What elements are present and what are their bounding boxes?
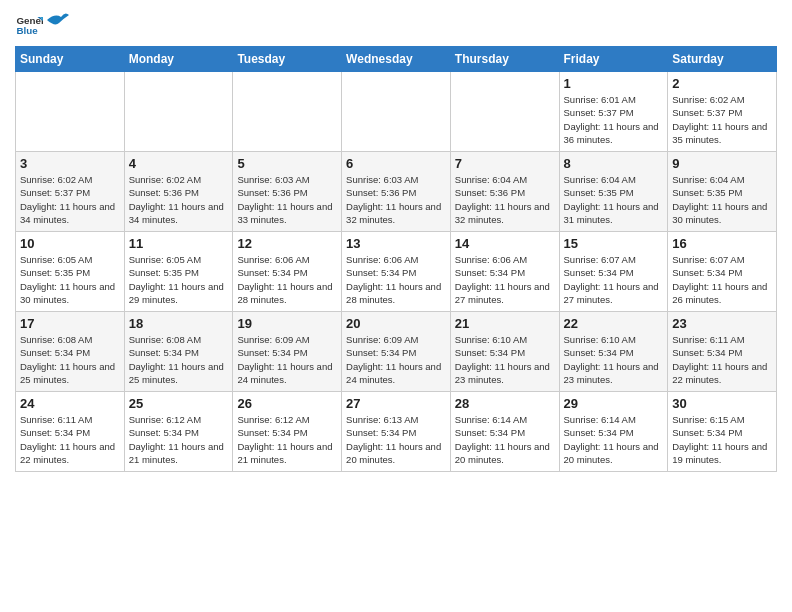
calendar-cell: 2Sunrise: 6:02 AM Sunset: 5:37 PM Daylig… (668, 72, 777, 152)
day-info: Sunrise: 6:02 AM Sunset: 5:36 PM Dayligh… (129, 173, 229, 226)
day-number: 6 (346, 156, 446, 171)
day-info: Sunrise: 6:07 AM Sunset: 5:34 PM Dayligh… (672, 253, 772, 306)
calendar-cell (233, 72, 342, 152)
weekday-friday: Friday (559, 47, 668, 72)
day-info: Sunrise: 6:15 AM Sunset: 5:34 PM Dayligh… (672, 413, 772, 466)
calendar-cell (16, 72, 125, 152)
calendar-cell: 26Sunrise: 6:12 AM Sunset: 5:34 PM Dayli… (233, 392, 342, 472)
day-number: 21 (455, 316, 555, 331)
day-number: 23 (672, 316, 772, 331)
calendar-cell: 9Sunrise: 6:04 AM Sunset: 5:35 PM Daylig… (668, 152, 777, 232)
calendar-cell: 3Sunrise: 6:02 AM Sunset: 5:37 PM Daylig… (16, 152, 125, 232)
day-number: 4 (129, 156, 229, 171)
calendar-cell: 18Sunrise: 6:08 AM Sunset: 5:34 PM Dayli… (124, 312, 233, 392)
day-number: 5 (237, 156, 337, 171)
calendar-cell: 4Sunrise: 6:02 AM Sunset: 5:36 PM Daylig… (124, 152, 233, 232)
week-row-2: 3Sunrise: 6:02 AM Sunset: 5:37 PM Daylig… (16, 152, 777, 232)
weekday-header-row: SundayMondayTuesdayWednesdayThursdayFrid… (16, 47, 777, 72)
weekday-sunday: Sunday (16, 47, 125, 72)
day-info: Sunrise: 6:08 AM Sunset: 5:34 PM Dayligh… (129, 333, 229, 386)
week-row-5: 24Sunrise: 6:11 AM Sunset: 5:34 PM Dayli… (16, 392, 777, 472)
day-info: Sunrise: 6:04 AM Sunset: 5:35 PM Dayligh… (564, 173, 664, 226)
week-row-3: 10Sunrise: 6:05 AM Sunset: 5:35 PM Dayli… (16, 232, 777, 312)
day-number: 13 (346, 236, 446, 251)
day-info: Sunrise: 6:06 AM Sunset: 5:34 PM Dayligh… (346, 253, 446, 306)
day-info: Sunrise: 6:14 AM Sunset: 5:34 PM Dayligh… (455, 413, 555, 466)
day-number: 19 (237, 316, 337, 331)
calendar-cell: 16Sunrise: 6:07 AM Sunset: 5:34 PM Dayli… (668, 232, 777, 312)
day-info: Sunrise: 6:11 AM Sunset: 5:34 PM Dayligh… (20, 413, 120, 466)
day-number: 24 (20, 396, 120, 411)
calendar-cell: 22Sunrise: 6:10 AM Sunset: 5:34 PM Dayli… (559, 312, 668, 392)
day-number: 12 (237, 236, 337, 251)
day-number: 18 (129, 316, 229, 331)
svg-text:Blue: Blue (16, 25, 38, 36)
day-info: Sunrise: 6:13 AM Sunset: 5:34 PM Dayligh… (346, 413, 446, 466)
day-info: Sunrise: 6:07 AM Sunset: 5:34 PM Dayligh… (564, 253, 664, 306)
calendar-cell: 17Sunrise: 6:08 AM Sunset: 5:34 PM Dayli… (16, 312, 125, 392)
calendar-table: SundayMondayTuesdayWednesdayThursdayFrid… (15, 46, 777, 472)
day-info: Sunrise: 6:04 AM Sunset: 5:36 PM Dayligh… (455, 173, 555, 226)
day-number: 2 (672, 76, 772, 91)
day-number: 3 (20, 156, 120, 171)
day-number: 15 (564, 236, 664, 251)
logo: General Blue (15, 10, 69, 38)
weekday-monday: Monday (124, 47, 233, 72)
day-number: 20 (346, 316, 446, 331)
page-container: General Blue SundayMondayTuesdayWednesda… (0, 0, 792, 482)
day-info: Sunrise: 6:09 AM Sunset: 5:34 PM Dayligh… (346, 333, 446, 386)
calendar-cell: 28Sunrise: 6:14 AM Sunset: 5:34 PM Dayli… (450, 392, 559, 472)
weekday-tuesday: Tuesday (233, 47, 342, 72)
calendar-cell: 10Sunrise: 6:05 AM Sunset: 5:35 PM Dayli… (16, 232, 125, 312)
calendar-cell: 12Sunrise: 6:06 AM Sunset: 5:34 PM Dayli… (233, 232, 342, 312)
calendar-cell: 13Sunrise: 6:06 AM Sunset: 5:34 PM Dayli… (342, 232, 451, 312)
calendar-cell: 7Sunrise: 6:04 AM Sunset: 5:36 PM Daylig… (450, 152, 559, 232)
day-number: 9 (672, 156, 772, 171)
calendar-cell: 30Sunrise: 6:15 AM Sunset: 5:34 PM Dayli… (668, 392, 777, 472)
calendar-cell: 20Sunrise: 6:09 AM Sunset: 5:34 PM Dayli… (342, 312, 451, 392)
day-info: Sunrise: 6:10 AM Sunset: 5:34 PM Dayligh… (455, 333, 555, 386)
weekday-wednesday: Wednesday (342, 47, 451, 72)
day-info: Sunrise: 6:10 AM Sunset: 5:34 PM Dayligh… (564, 333, 664, 386)
day-info: Sunrise: 6:05 AM Sunset: 5:35 PM Dayligh… (20, 253, 120, 306)
day-number: 17 (20, 316, 120, 331)
header: General Blue (15, 10, 777, 38)
calendar-cell: 1Sunrise: 6:01 AM Sunset: 5:37 PM Daylig… (559, 72, 668, 152)
logo-bird-icon (47, 11, 69, 29)
day-number: 11 (129, 236, 229, 251)
week-row-4: 17Sunrise: 6:08 AM Sunset: 5:34 PM Dayli… (16, 312, 777, 392)
calendar-cell: 19Sunrise: 6:09 AM Sunset: 5:34 PM Dayli… (233, 312, 342, 392)
day-info: Sunrise: 6:06 AM Sunset: 5:34 PM Dayligh… (237, 253, 337, 306)
day-number: 1 (564, 76, 664, 91)
calendar-cell (342, 72, 451, 152)
day-number: 25 (129, 396, 229, 411)
calendar-cell: 6Sunrise: 6:03 AM Sunset: 5:36 PM Daylig… (342, 152, 451, 232)
calendar-cell (450, 72, 559, 152)
logo-icon: General Blue (15, 10, 43, 38)
day-number: 10 (20, 236, 120, 251)
calendar-cell: 21Sunrise: 6:10 AM Sunset: 5:34 PM Dayli… (450, 312, 559, 392)
day-number: 29 (564, 396, 664, 411)
day-number: 7 (455, 156, 555, 171)
calendar-cell: 14Sunrise: 6:06 AM Sunset: 5:34 PM Dayli… (450, 232, 559, 312)
calendar-cell: 11Sunrise: 6:05 AM Sunset: 5:35 PM Dayli… (124, 232, 233, 312)
day-info: Sunrise: 6:02 AM Sunset: 5:37 PM Dayligh… (20, 173, 120, 226)
calendar-cell: 8Sunrise: 6:04 AM Sunset: 5:35 PM Daylig… (559, 152, 668, 232)
day-number: 16 (672, 236, 772, 251)
weekday-saturday: Saturday (668, 47, 777, 72)
day-info: Sunrise: 6:01 AM Sunset: 5:37 PM Dayligh… (564, 93, 664, 146)
day-number: 26 (237, 396, 337, 411)
day-info: Sunrise: 6:03 AM Sunset: 5:36 PM Dayligh… (346, 173, 446, 226)
week-row-1: 1Sunrise: 6:01 AM Sunset: 5:37 PM Daylig… (16, 72, 777, 152)
day-info: Sunrise: 6:12 AM Sunset: 5:34 PM Dayligh… (237, 413, 337, 466)
calendar-cell: 23Sunrise: 6:11 AM Sunset: 5:34 PM Dayli… (668, 312, 777, 392)
day-number: 8 (564, 156, 664, 171)
day-info: Sunrise: 6:06 AM Sunset: 5:34 PM Dayligh… (455, 253, 555, 306)
calendar-cell: 29Sunrise: 6:14 AM Sunset: 5:34 PM Dayli… (559, 392, 668, 472)
day-number: 30 (672, 396, 772, 411)
day-info: Sunrise: 6:12 AM Sunset: 5:34 PM Dayligh… (129, 413, 229, 466)
day-number: 27 (346, 396, 446, 411)
calendar-cell: 5Sunrise: 6:03 AM Sunset: 5:36 PM Daylig… (233, 152, 342, 232)
day-number: 28 (455, 396, 555, 411)
weekday-thursday: Thursday (450, 47, 559, 72)
